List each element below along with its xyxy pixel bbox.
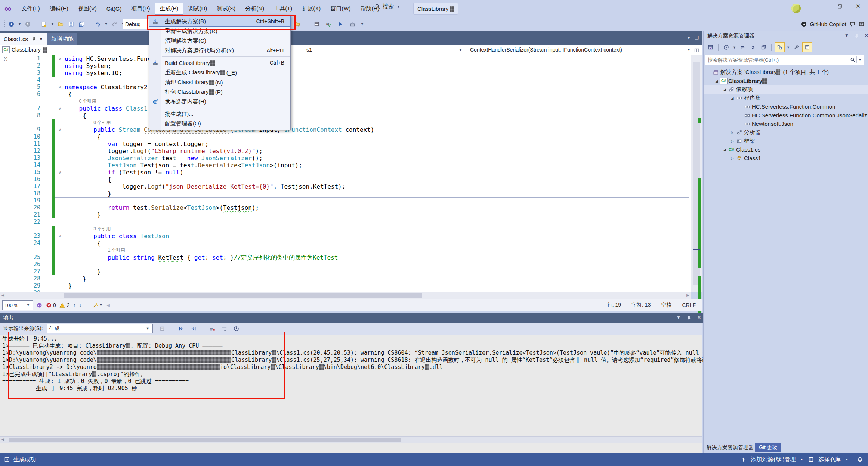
chevron-down-icon[interactable]: ▼ — [18, 22, 21, 26]
clock-button[interactable] — [722, 43, 731, 52]
wrench-button[interactable] — [792, 43, 801, 52]
menu-item[interactable]: 对解决方案运行代码分析(Y)Alt+F11 — [149, 46, 290, 55]
usings-hint-icon[interactable]: {▫} — [3, 56, 7, 61]
code-line[interactable]: 2using System; — [0, 62, 691, 69]
editor-vertical-scrollbar[interactable] — [691, 55, 702, 292]
prev-message-button[interactable] — [177, 324, 186, 333]
menubar-item[interactable]: Git(G) — [102, 3, 127, 14]
fold-arrow[interactable]: ∨ — [55, 126, 65, 133]
editor-horizontal-scrollbar[interactable]: ◀ ▶ — [0, 292, 691, 299]
menubar-item[interactable]: 测试(S) — [212, 3, 240, 15]
code-line[interactable]: 21 } — [0, 211, 691, 218]
sync-active-button[interactable] — [775, 42, 785, 52]
play-button[interactable] — [336, 19, 345, 28]
code-line[interactable]: 10 { — [0, 133, 691, 140]
prev-issue-icon[interactable]: ↑ — [73, 302, 76, 308]
menubar-item[interactable]: 分析(N) — [240, 3, 269, 15]
chevron-down-icon[interactable]: ▼ — [459, 48, 462, 52]
fold-arrow[interactable]: ∨ — [55, 233, 65, 240]
menu-item[interactable]: 重新生成 ClassLibrary (_E) — [149, 68, 290, 77]
expander-open-icon[interactable]: ◢ — [722, 88, 728, 91]
code-line[interactable]: 30 — [0, 289, 691, 292]
collapse-all-button[interactable] — [748, 43, 758, 52]
toolbox-button[interactable] — [348, 19, 357, 28]
chevron-down-icon[interactable]: ▼ — [856, 56, 863, 63]
tree-item[interactable]: HC.Serverless.Function.Common — [704, 102, 868, 111]
float-window-icon[interactable]: ❏ — [695, 35, 699, 40]
code-line[interactable]: 28 } — [0, 275, 691, 282]
menubar-item[interactable]: 文件(F) — [17, 3, 45, 15]
code-line[interactable]: 14 TestJson Testjson = test.Deserialize<… — [0, 162, 691, 169]
chevron-down-icon[interactable]: ▼ — [51, 22, 54, 26]
tree-item[interactable]: 解决方案 'ClassLibrary' (1 个项目, 共 1 个) — [704, 68, 868, 77]
menu-item[interactable]: Build ClassLibraryCtrl+B — [149, 58, 290, 68]
fold-arrow[interactable]: ∨ — [55, 105, 65, 112]
code-line[interactable]: {▫}1∨using HC.Serverless.Function.Common… — [0, 55, 691, 62]
zoom-combo[interactable]: 100 %▼ — [2, 300, 33, 310]
window-position-icon[interactable]: ▼ — [844, 33, 849, 39]
fold-arrow[interactable]: ∨ — [55, 55, 65, 62]
expander-closed-icon[interactable]: ▷ — [729, 131, 735, 134]
clock-button[interactable] — [232, 324, 241, 333]
menubar-item[interactable]: 扩展(X) — [297, 3, 325, 15]
next-message-button[interactable] — [189, 324, 198, 333]
line-indicator[interactable]: 行: 19 — [607, 302, 621, 308]
output-log[interactable]: 生成开始于 9:45...1>—————— 已启动生成: 项目: ClassLi… — [2, 335, 699, 392]
code-line[interactable]: 3using System.IO; — [0, 69, 691, 77]
fold-arrow[interactable]: ∨ — [55, 169, 65, 176]
menu-item[interactable]: 打包 ClassLibrary (P) — [149, 87, 290, 97]
code-line[interactable]: 9∨ public Stream ContextHandlerSerialize… — [0, 126, 691, 133]
menubar-item[interactable]: 生成(B) — [155, 3, 183, 15]
word-wrap-button[interactable] — [220, 324, 229, 333]
scroll-right-icon[interactable]: ▶ — [686, 293, 689, 297]
code-line[interactable]: 23∨ public class TestJson — [0, 233, 691, 240]
search-control[interactable]: 搜索 ▼ — [374, 3, 401, 10]
chevron-down-icon[interactable]: ▼ — [361, 22, 364, 26]
output-source-combo[interactable]: 生成▼ — [47, 324, 153, 333]
tree-item[interactable]: ▷框架 — [704, 137, 868, 145]
scroll-left-icon[interactable]: ◀ — [1, 293, 4, 297]
select-repository[interactable]: 选择仓库 — [818, 456, 841, 463]
tree-item[interactable]: ◢程序集 — [704, 94, 868, 102]
menu-item[interactable]: 清理解决方案(C) — [149, 36, 290, 46]
column-indicator[interactable]: 字符: 13 — [631, 302, 651, 308]
code-line[interactable]: 5∨namespace ClassLibrary2 — [0, 84, 691, 91]
code-line[interactable]: 4 — [0, 77, 691, 84]
code-line[interactable]: 12 logger.Logf("CSharp runtime test(v1.0… — [0, 147, 691, 155]
code-line[interactable]: 22 — [0, 218, 691, 226]
tab-solution-explorer[interactable]: 解决方案资源管理器 — [707, 444, 754, 451]
tree-item[interactable]: ▷分析器 — [704, 128, 868, 137]
nav-forward-button[interactable] — [24, 19, 33, 28]
warning-count[interactable]: 2 — [59, 302, 70, 308]
menubar-item[interactable]: 视图(V) — [73, 3, 102, 15]
solution-search-input[interactable] — [705, 57, 850, 63]
eol-indicator[interactable]: CRLF — [682, 302, 696, 308]
menu-item[interactable]: 生成解决方案(B)Ctrl+Shift+B — [149, 16, 290, 26]
solution-explorer-title-bar[interactable]: 解决方案资源管理器 ▼ ✕ — [704, 31, 868, 41]
document-tab[interactable]: Class1.cs✕ — [0, 33, 47, 45]
expander-open-icon[interactable]: ◢ — [729, 96, 735, 100]
error-count[interactable]: 0 — [46, 302, 56, 308]
chevron-down-icon[interactable]: ▼ — [787, 46, 790, 49]
close-icon[interactable]: ✕ — [865, 33, 868, 39]
output-horizontal-scrollbar[interactable]: ◀ — [0, 436, 702, 443]
menubar-item[interactable]: 窗口(W) — [325, 3, 355, 15]
code-line[interactable]: 8 { — [0, 112, 691, 119]
code-line[interactable]: 13 JsonSerializer test = new JsonSeriali… — [0, 155, 691, 162]
copy-box-button[interactable] — [759, 43, 768, 52]
chevron-down-icon[interactable]: ▼ — [733, 46, 736, 49]
pin-icon[interactable] — [31, 36, 37, 42]
save-all-button[interactable] — [77, 19, 86, 28]
redo-button[interactable] — [110, 19, 119, 28]
github-copilot-control[interactable]: GitHub Copilot — [801, 17, 864, 31]
tree-item[interactable]: ◢依赖项 — [704, 85, 868, 94]
next-issue-icon[interactable]: ↓ — [79, 302, 82, 308]
switch-views-button[interactable] — [706, 43, 715, 52]
folder-edit-button[interactable] — [293, 19, 302, 28]
code-line[interactable]: 18 } — [0, 190, 691, 197]
user-avatar[interactable] — [791, 4, 801, 13]
expander-closed-icon[interactable]: ▷ — [729, 139, 735, 143]
project-dropdown[interactable]: C# ClassLibrary — [2, 46, 47, 53]
undo-button[interactable] — [93, 19, 102, 28]
minimize-button[interactable]: — — [812, 0, 828, 13]
